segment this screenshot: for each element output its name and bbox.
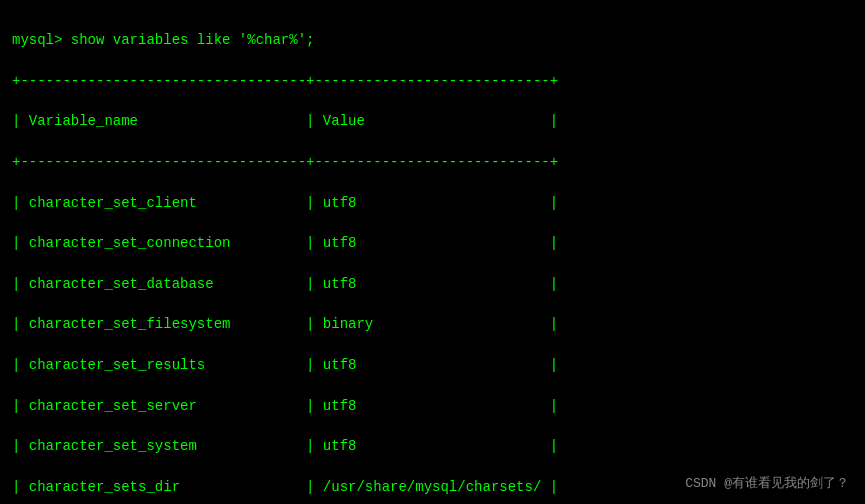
table-row-2: | character_set_connection | utf8 | xyxy=(12,235,558,251)
command-line-1: mysql> show variables like '%char%'; xyxy=(12,32,314,48)
table-row-6: | character_set_server | utf8 | xyxy=(12,398,558,414)
watermark: CSDN @有谁看见我的剑了？ xyxy=(685,474,849,492)
table-row-8: | character_sets_dir | /usr/share/mysql/… xyxy=(12,479,558,495)
separator-mid: +----------------------------------+----… xyxy=(12,154,558,170)
table-header: | Variable_name | Value | xyxy=(12,113,558,129)
separator-top: +----------------------------------+----… xyxy=(12,73,558,89)
table-row-3: | character_set_database | utf8 | xyxy=(12,276,558,292)
terminal-window: mysql> show variables like '%char%'; +--… xyxy=(0,0,865,504)
table-row-1: | character_set_client | utf8 | xyxy=(12,195,558,211)
table-row-4: | character_set_filesystem | binary | xyxy=(12,316,558,332)
table-row-7: | character_set_system | utf8 | xyxy=(12,438,558,454)
table-row-5: | character_set_results | utf8 | xyxy=(12,357,558,373)
